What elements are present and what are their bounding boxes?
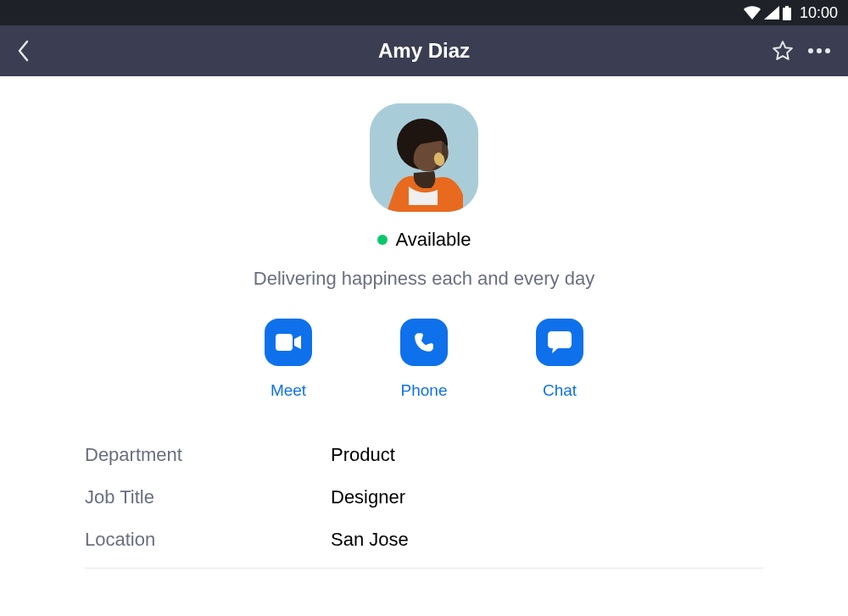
presence-dot-icon xyxy=(377,235,388,245)
svg-rect-8 xyxy=(276,334,293,351)
phone-icon xyxy=(413,331,435,353)
page-title: Amy Diaz xyxy=(378,39,470,63)
cellular-icon xyxy=(764,6,779,19)
profile-content: Available Delivering happiness each and … xyxy=(0,76,848,569)
svg-rect-0 xyxy=(783,8,791,20)
status-icons xyxy=(744,6,791,20)
star-icon xyxy=(772,40,794,62)
detail-label: Location xyxy=(85,529,331,551)
detail-location: Location San Jose xyxy=(85,519,763,561)
meet-label: Meet xyxy=(271,381,306,400)
chevron-left-icon xyxy=(17,40,29,62)
chat-label: Chat xyxy=(543,381,577,400)
detail-job-title: Job Title Designer xyxy=(85,476,763,519)
avatar-image xyxy=(370,103,478,212)
detail-value: Designer xyxy=(331,486,405,508)
phone-label: Phone xyxy=(401,381,448,400)
chat-button[interactable]: Chat xyxy=(534,319,585,400)
profile-details: Department Product Job Title Designer Lo… xyxy=(85,434,763,569)
presence-text: Available xyxy=(396,229,471,251)
svg-point-3 xyxy=(817,48,822,53)
back-button[interactable] xyxy=(17,40,29,62)
presence-status: Available xyxy=(377,229,471,251)
battery-icon xyxy=(783,6,791,20)
chat-icon xyxy=(548,331,572,353)
phone-button[interactable]: Phone xyxy=(399,319,449,400)
favorite-button[interactable] xyxy=(772,40,794,62)
svg-point-4 xyxy=(825,48,830,53)
more-horizontal-icon xyxy=(807,47,831,54)
detail-label: Department xyxy=(85,444,331,466)
status-time: 10:00 xyxy=(800,4,838,22)
svg-rect-1 xyxy=(785,6,789,8)
detail-department: Department Product xyxy=(85,434,763,476)
wifi-icon xyxy=(744,6,761,19)
meet-button[interactable]: Meet xyxy=(263,319,314,400)
svg-point-2 xyxy=(808,48,813,53)
detail-value: San Jose xyxy=(331,529,409,551)
detail-value: Product xyxy=(331,444,395,466)
more-button[interactable] xyxy=(807,47,831,54)
divider xyxy=(85,568,763,569)
video-icon xyxy=(276,334,301,351)
android-status-bar: 10:00 xyxy=(0,0,848,25)
app-header: Amy Diaz xyxy=(0,25,848,76)
profile-tagline: Delivering happiness each and every day xyxy=(254,268,594,290)
action-row: Meet Phone Chat xyxy=(263,319,585,400)
detail-label: Job Title xyxy=(85,486,331,508)
avatar[interactable] xyxy=(370,103,478,212)
